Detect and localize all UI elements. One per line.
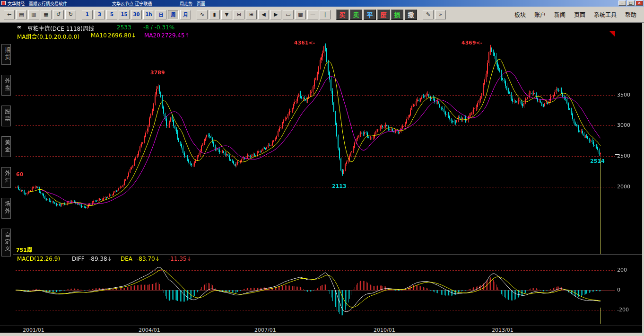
period-button-月[interactable]: 月 xyxy=(180,10,191,19)
horizontal-line-icon[interactable]: — xyxy=(307,10,318,19)
price-axis-label-3500: 3500 xyxy=(617,92,630,98)
menu-plates[interactable]: 板块 xyxy=(514,10,526,18)
menu-page[interactable]: 页面 xyxy=(574,10,585,18)
ma20-label: MA20 xyxy=(144,32,160,39)
period-button-15[interactable]: 15 xyxy=(119,10,130,19)
period-button-1[interactable]: 1 xyxy=(82,10,93,19)
trade-button-revoke[interactable]: 撤 xyxy=(405,9,417,20)
draw-tool-icon[interactable]: ✎ xyxy=(423,10,434,19)
trade-button-cancel[interactable]: 废 xyxy=(377,9,390,20)
trade-button-buy[interactable]: 买 xyxy=(336,9,348,20)
menu-system-tools[interactable]: 系统工具 xyxy=(594,10,617,18)
trading-app-window: 文华财经 - 赢顺云行情交易软件 文华云节点-辽宁联通 周走势 - 页面 ─□✕… xyxy=(0,0,644,336)
wenhua-logo-icon: ∞ xyxy=(17,24,22,30)
macd-diff-value: -89.38↓ xyxy=(89,256,112,262)
toolbar-separator xyxy=(78,10,82,19)
back-icon[interactable]: ← xyxy=(4,10,15,19)
period-button-3[interactable]: 3 xyxy=(94,10,105,19)
time-axis: 2001/012004/012007/012010/012013/01 xyxy=(0,326,644,333)
macd-axis-label-0: 0 xyxy=(617,287,620,293)
symbol-title[interactable]: 豆粕主连(DCE 1118)周线 xyxy=(27,24,94,32)
price-axis-label-2000: 2000 xyxy=(617,184,630,190)
toolbar-separator xyxy=(332,10,336,19)
panel-divider xyxy=(13,254,642,255)
ma10-value: 2696.80↓ xyxy=(108,32,136,39)
sidebar-tab-external[interactable]: 外盘 xyxy=(1,75,11,96)
sidebar-tab-otc[interactable]: 场外 xyxy=(1,198,11,219)
next-page-icon[interactable]: ▶ xyxy=(270,10,281,19)
main-toolbar: ←▤▥▦↺↻13515301h日周月∿▮▼⊟⊞◀▶▭▩—|买卖平废损撤✎» 板块… xyxy=(0,7,644,23)
toolbar-buttons: ←▤▥▦↺↻13515301h日周月∿▮▼⊟⊞◀▶▭▩—|买卖平废损撤✎» xyxy=(4,9,447,20)
toolbar-separator xyxy=(192,10,197,19)
sidebar-tab-stocks[interactable]: 股票 xyxy=(1,106,11,126)
price-axis-label-2500: 2500 xyxy=(617,153,630,159)
price-axis-label-3000: 3000 xyxy=(617,122,630,128)
menu-news[interactable]: 新闻 xyxy=(554,10,566,18)
grid-icon[interactable]: ▩ xyxy=(295,10,306,19)
window-controls: ─□✕ xyxy=(618,0,643,6)
bar-count: 751周 xyxy=(16,246,32,253)
ma-group-label[interactable]: MA组合(0,10,20,0,0,0) xyxy=(17,32,79,40)
close-button[interactable]: ✕ xyxy=(635,0,643,6)
sidebar-tab-custom[interactable]: 自定义 xyxy=(1,229,11,256)
toolbar-separator xyxy=(418,10,423,19)
status-bar xyxy=(0,333,644,336)
report-icon[interactable]: ▥ xyxy=(28,10,39,19)
sidebar-tab-forex[interactable]: 外汇 xyxy=(1,167,11,188)
cloud-sync-icon[interactable]: ↻ xyxy=(65,10,76,19)
macd-axis-label-200: 200 xyxy=(617,267,627,273)
window-title-node: 文华云节点-辽宁联通 xyxy=(112,0,152,7)
trade-button-close-position[interactable]: 平 xyxy=(364,9,376,20)
macd-hist-value: -11.35↓ xyxy=(168,256,191,262)
pages-icon[interactable]: ▤ xyxy=(16,10,27,19)
refresh-icon[interactable]: ↺ xyxy=(53,10,64,19)
macd-axis-label--200: -200 xyxy=(617,307,629,313)
high-label-4361: 4361<- xyxy=(294,40,315,46)
indicator-dropdown-icon[interactable]: ▼ xyxy=(221,10,232,19)
app-icon xyxy=(1,1,6,5)
low-label-2113: 2113 xyxy=(332,183,347,189)
window-right-border xyxy=(642,23,644,333)
price-chart-canvas[interactable] xyxy=(0,0,644,336)
period-button-日[interactable]: 日 xyxy=(156,10,166,19)
minimize-button[interactable]: ─ xyxy=(618,0,626,6)
period-button-周[interactable]: 周 xyxy=(168,10,179,19)
trade-button-sell[interactable]: 卖 xyxy=(350,9,362,20)
zoom-out-icon[interactable]: ⊟ xyxy=(234,10,244,19)
prev-page-icon[interactable]: ◀ xyxy=(258,10,269,19)
sidebar-tab-futures[interactable]: 期货 xyxy=(1,44,11,65)
price-change: -8 / -0.31% xyxy=(143,24,174,31)
macd-diff-label: DIFF xyxy=(72,256,85,262)
left-value-60: 60 xyxy=(16,171,23,177)
window-title-app: 文华财经 - 赢顺云行情交易软件 xyxy=(8,0,67,7)
vertical-line-icon[interactable]: | xyxy=(320,10,331,19)
menu-account[interactable]: 账户 xyxy=(534,10,546,18)
page-corner-marker[interactable] xyxy=(609,31,615,37)
maximize-button[interactable]: □ xyxy=(627,0,635,6)
low-label-2514: 2514 xyxy=(590,158,605,164)
window-title-page: 周走势 - 页面 xyxy=(180,0,205,7)
macd-dea-label: DEA xyxy=(121,256,132,262)
high-label-3789: 3789 xyxy=(150,70,165,76)
sidebar-tab-gold[interactable]: 黄金 xyxy=(1,136,11,157)
candle-chart-icon[interactable]: ▮ xyxy=(209,10,220,19)
macd-name[interactable]: MACD(12,26,9) xyxy=(17,256,60,262)
period-button-1h[interactable]: 1h xyxy=(143,10,154,19)
macd-dea-value: -83.70↓ xyxy=(137,256,160,262)
ma20-value: 2729.45↑ xyxy=(161,32,190,39)
trade-button-stop-loss[interactable]: 损 xyxy=(391,9,403,20)
menu-help[interactable]: 帮助 xyxy=(625,10,636,18)
zoom-in-icon[interactable]: ⊞ xyxy=(246,10,257,19)
print-icon[interactable]: ▦ xyxy=(41,10,52,19)
period-button-30[interactable]: 30 xyxy=(131,10,142,19)
last-price: 2533 xyxy=(117,24,131,31)
tick-chart-icon[interactable]: ∿ xyxy=(197,10,208,19)
restore-scale-icon[interactable]: ▭ xyxy=(283,10,294,19)
high-label-4369: 4369<- xyxy=(461,40,482,46)
period-button-5[interactable]: 5 xyxy=(106,10,117,19)
ma10-label: MA10 xyxy=(91,32,107,39)
window-titlebar: 文华财经 - 赢顺云行情交易软件 文华云节点-辽宁联通 周走势 - 页面 ─□✕ xyxy=(0,0,644,7)
toolbar-menu: 板块账户新闻页面系统工具帮助 xyxy=(514,10,636,18)
more-tools-icon[interactable]: » xyxy=(435,10,446,19)
